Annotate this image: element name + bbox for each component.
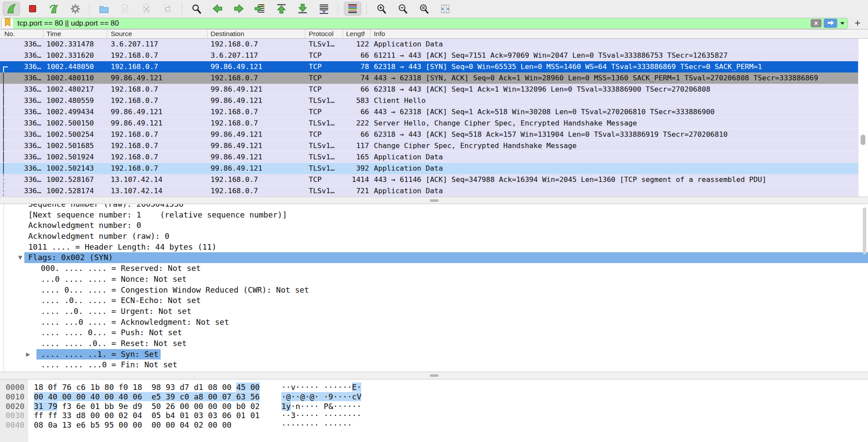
start-capture-button[interactable]	[3, 2, 20, 16]
packet-row[interactable]: 336…1002.501685192.168.0.799.86.49.121TL…	[0, 140, 858, 152]
detail-line-text: .... .... .0.. = Reset: Not set	[41, 338, 187, 349]
column-header-time[interactable]: Time	[43, 30, 107, 38]
hex-ascii: ··3····· ········	[281, 411, 361, 420]
detail-line[interactable]: .... .... ...0 = Fin: Not set	[0, 360, 868, 370]
packet-row[interactable]: 336…1002.52817413.107.42.14192.168.0.7TL…	[0, 185, 858, 197]
detail-line[interactable]: 000. .... .... = Reserved: Not set	[0, 263, 868, 274]
detail-line-text: .... 0... .... = Congestion Window Reduc…	[41, 285, 309, 296]
hex-row[interactable]: 002031 79 f3 6e 01 bb 9e d9 50 26 00 00 …	[0, 402, 868, 411]
resize-columns-button[interactable]	[436, 2, 454, 16]
filter-input[interactable]: tcp.port == 80 || udp.port == 80	[13, 19, 811, 28]
splitter-handle-icon[interactable]	[430, 374, 439, 377]
detail-line[interactable]: 1011 .... = Header Length: 44 bytes (11)	[0, 242, 868, 253]
detail-line[interactable]: .... .... .0.. = Reset: Not set	[0, 338, 868, 349]
zoom-reset-button[interactable]	[415, 2, 432, 16]
column-header-source[interactable]: Source	[107, 30, 208, 38]
reload-file-button	[159, 2, 176, 16]
detail-line[interactable]: Sequence number (raw): 2605041556	[0, 204, 868, 210]
cell-info: Application Data	[370, 185, 858, 196]
packet-row[interactable]: 336…1002.448050192.168.0.799.86.49.121TC…	[0, 61, 858, 73]
detail-line[interactable]: Acknowledgment number (raw): 0	[0, 231, 868, 242]
splitter-details-bytes[interactable]	[0, 372, 868, 379]
add-filter-button[interactable]: +	[851, 17, 864, 29]
go-last-button[interactable]	[294, 2, 311, 16]
packet-row[interactable]: 336…1002.480559192.168.0.799.86.49.121TL…	[0, 95, 858, 106]
cell-length: 165	[343, 152, 370, 162]
filter-controls: ×	[811, 19, 848, 28]
details-scrollbar-thumb[interactable]	[863, 208, 866, 254]
gear-icon	[70, 3, 81, 14]
detail-line[interactable]: [Next sequence number: 1 (relative seque…	[0, 210, 868, 221]
collapse-arrow-icon[interactable]: ▼	[18, 252, 22, 263]
cell-info: Change Cipher Spec, Encrypted Handshake …	[370, 140, 858, 151]
packet-row[interactable]: 336…1002.48011099.86.49.121192.168.0.7TC…	[0, 73, 858, 84]
cell-info: 62318 → 443 [ACK] Seq=1 Ack=1 Win=132096…	[370, 84, 858, 95]
goto-packet-icon	[254, 3, 266, 14]
find-packet-button[interactable]	[188, 2, 205, 16]
detail-line[interactable]: .... 0... .... = Congestion Window Reduc…	[0, 285, 868, 296]
packet-row[interactable]: 336…1002.331620192.168.0.73.6.207.117TCP…	[0, 50, 858, 61]
packet-row[interactable]: 336…1002.52816713.107.42.14192.168.0.7TC…	[0, 174, 858, 185]
filter-bookmark-button[interactable]	[2, 18, 13, 29]
expand-arrow-icon[interactable]: ▶	[26, 349, 30, 360]
splitter-list-details[interactable]	[0, 197, 868, 204]
cell-info: Application Data	[370, 152, 858, 162]
open-file-button[interactable]	[95, 2, 112, 16]
detail-line[interactable]: .... .... 0... = Push: Not set	[0, 327, 868, 338]
detail-line[interactable]: ▼Flags: 0x002 (SYN)	[0, 252, 868, 263]
packet-row[interactable]: 336…1002.480217192.168.0.799.86.49.121TC…	[0, 84, 858, 95]
hex-row[interactable]: 0030ff ff 33 d8 00 00 02 04 05 b4 01 03 …	[0, 411, 868, 420]
cell-length: 78	[343, 61, 370, 72]
hex-row[interactable]: 001000 40 00 00 40 00 40 06 e5 39 c0 a8 …	[0, 392, 868, 402]
hex-offset: 0030	[6, 411, 24, 420]
auto-scroll-button[interactable]	[315, 2, 333, 16]
filter-dropdown-caret[interactable]	[840, 22, 845, 25]
display-filter-field[interactable]: tcp.port == 80 || udp.port == 80 ×	[1, 18, 848, 29]
go-back-button[interactable]	[209, 2, 226, 16]
column-header-length[interactable]: Length	[343, 30, 370, 38]
cell-no: 336…	[9, 152, 43, 162]
clear-filter-button[interactable]: ×	[811, 19, 822, 27]
zoom-in-button[interactable]	[373, 2, 390, 16]
packet-row[interactable]: 336…1002.3314783.6.207.117192.168.0.7TLS…	[0, 39, 858, 50]
packet-row[interactable]: 336…1002.50015099.86.49.121192.168.0.7TL…	[0, 118, 858, 129]
detail-line[interactable]: ▶.... .... ..1. = Syn: Set	[0, 349, 868, 360]
scrollbar-thumb[interactable]	[861, 135, 865, 145]
restart-capture-button[interactable]	[45, 2, 63, 16]
detail-line[interactable]: .... ...0 .... = Acknowledgment: Not set	[0, 317, 868, 328]
cell-source: 99.86.49.121	[107, 73, 208, 83]
hex-bytes: 31 79 f3 6e 01 bb 9e d9 50 26 00 00 00 0…	[34, 402, 260, 411]
column-header-info[interactable]: Info	[370, 30, 868, 38]
capture-options-button[interactable]	[66, 2, 84, 16]
stop-capture-button[interactable]	[24, 2, 41, 16]
column-header-protocol[interactable]: Protocol	[305, 30, 343, 38]
go-to-packet-button[interactable]	[251, 2, 269, 16]
packet-list-scrollbar[interactable]	[858, 39, 868, 197]
colorize-button[interactable]	[344, 2, 361, 16]
cell-info: Application Data	[370, 39, 858, 49]
column-header-destination[interactable]: Destination	[208, 30, 305, 38]
packet-row[interactable]: 336…1002.500254192.168.0.799.86.49.121TC…	[0, 129, 858, 140]
packet-row[interactable]: 336…1002.501924192.168.0.799.86.49.121TL…	[0, 152, 858, 163]
cell-time: 1002.331620	[43, 50, 107, 61]
zoom-out-button[interactable]	[394, 2, 411, 16]
hex-row[interactable]: 000018 0f 76 c6 1b 80 f0 18 98 93 d7 d1 …	[0, 383, 868, 392]
go-forward-button[interactable]	[230, 2, 248, 16]
packet-row[interactable]: 336…1002.49943499.86.49.121192.168.0.7TC…	[0, 106, 858, 118]
detail-line[interactable]: Acknowledgment number: 0	[0, 220, 868, 231]
column-header-label: Length	[346, 30, 365, 38]
cell-protocol: TLSv1…	[305, 185, 343, 196]
hex-row[interactable]: 004008 0a 13 e6 b5 95 00 00 00 00 04 02 …	[0, 420, 868, 430]
column-header-no[interactable]: No.	[0, 30, 43, 38]
cell-time: 1002.480559	[43, 95, 107, 106]
packet-row[interactable]: 336…1002.502143192.168.0.799.86.49.121TL…	[0, 163, 858, 174]
apply-filter-button[interactable]	[824, 19, 837, 28]
cell-length: 392	[343, 163, 370, 174]
detail-line[interactable]: .... .0.. .... = ECN-Echo: Not set	[0, 295, 868, 306]
detail-line[interactable]: .... ..0. .... = Urgent: Not set	[0, 306, 868, 317]
column-header-label: Time	[46, 30, 61, 38]
close-file-button	[138, 2, 155, 16]
splitter-handle-icon[interactable]	[430, 199, 439, 202]
detail-line[interactable]: ...0 .... .... = Nonce: Not set	[0, 274, 868, 285]
go-first-button[interactable]	[273, 2, 290, 16]
